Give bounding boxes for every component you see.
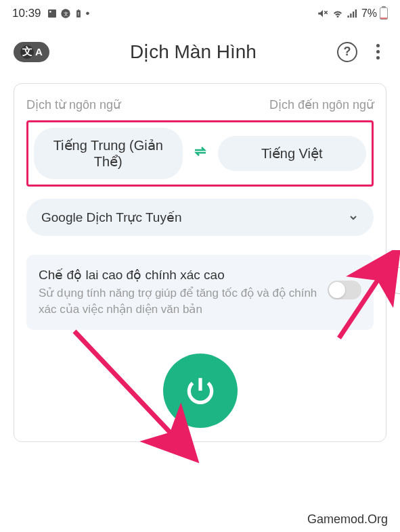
more-menu-icon[interactable]	[370, 44, 386, 59]
svg-text:!: !	[77, 11, 79, 16]
power-button[interactable]	[163, 354, 238, 428]
wifi-icon	[332, 7, 344, 20]
power-icon	[183, 374, 217, 408]
translation-provider-dropdown[interactable]: Google Dịch Trực Tuyến	[26, 199, 374, 236]
image-icon	[47, 8, 58, 19]
from-language-label: Dịch từ ngôn ngữ	[26, 97, 120, 112]
hybrid-text: Chế độ lai cao độ chính xác cao Sử dụng …	[39, 267, 317, 318]
translate-badge-char-2: A	[35, 46, 43, 57]
hybrid-mode-row: Chế độ lai cao độ chính xác cao Sử dụng …	[26, 255, 374, 330]
language-labels: Dịch từ ngôn ngữ Dịch đến ngôn ngữ	[26, 97, 374, 112]
hybrid-title: Chế độ lai cao độ chính xác cao	[39, 267, 317, 283]
battery-alert-icon: !	[74, 8, 83, 19]
swap-languages-icon[interactable]	[190, 143, 211, 164]
chevron-down-icon	[348, 212, 359, 223]
status-bar: 10:39 文 ! • 7%	[0, 0, 400, 27]
main-card: Dịch từ ngôn ngữ Dịch đến ngôn ngữ Tiếng…	[14, 83, 386, 442]
status-right: 7%	[317, 7, 388, 20]
hybrid-description: Sử dụng tính năng trợ giúp để tăng tốc đ…	[39, 285, 317, 318]
svg-rect-5	[77, 9, 79, 10]
signal-icon	[347, 7, 359, 20]
status-time: 10:39	[12, 7, 41, 20]
svg-rect-11	[353, 11, 354, 18]
toggle-knob	[329, 282, 345, 298]
svg-text:文: 文	[63, 11, 68, 17]
translate-icon: 文	[60, 8, 71, 19]
hybrid-toggle[interactable]	[328, 281, 361, 299]
app-header: 文A Dịch Màn Hình ?	[0, 27, 400, 83]
page-title: Dịch Màn Hình	[62, 41, 325, 63]
status-dot: •	[86, 7, 90, 20]
svg-rect-9	[347, 16, 349, 18]
svg-rect-10	[350, 14, 351, 18]
translate-badge-char-1: 文	[20, 45, 34, 59]
help-icon[interactable]: ?	[337, 42, 357, 62]
watermark: Gamemod.Org	[307, 512, 388, 527]
chevron-left-icon	[391, 276, 397, 285]
battery-icon	[380, 7, 388, 20]
status-notification-icons: 文 ! •	[47, 7, 90, 20]
volume-mute-icon	[317, 7, 329, 20]
to-language-button[interactable]: Tiếng Việt	[218, 136, 367, 171]
floating-tab[interactable]	[386, 267, 400, 294]
from-language-button[interactable]: Tiếng Trung (Giản Thể)	[34, 128, 183, 179]
language-selector-row: Tiếng Trung (Giản Thể) Tiếng Việt	[26, 120, 374, 187]
status-left: 10:39 文 ! •	[12, 7, 90, 20]
provider-name: Google Dịch Trực Tuyến	[41, 210, 181, 225]
svg-rect-12	[355, 9, 357, 18]
battery-percent: 7%	[361, 7, 377, 20]
translate-badge-icon[interactable]: 文A	[14, 42, 49, 62]
to-language-label: Dịch đến ngôn ngữ	[269, 97, 374, 112]
svg-point-1	[49, 11, 51, 13]
svg-rect-0	[48, 9, 56, 18]
